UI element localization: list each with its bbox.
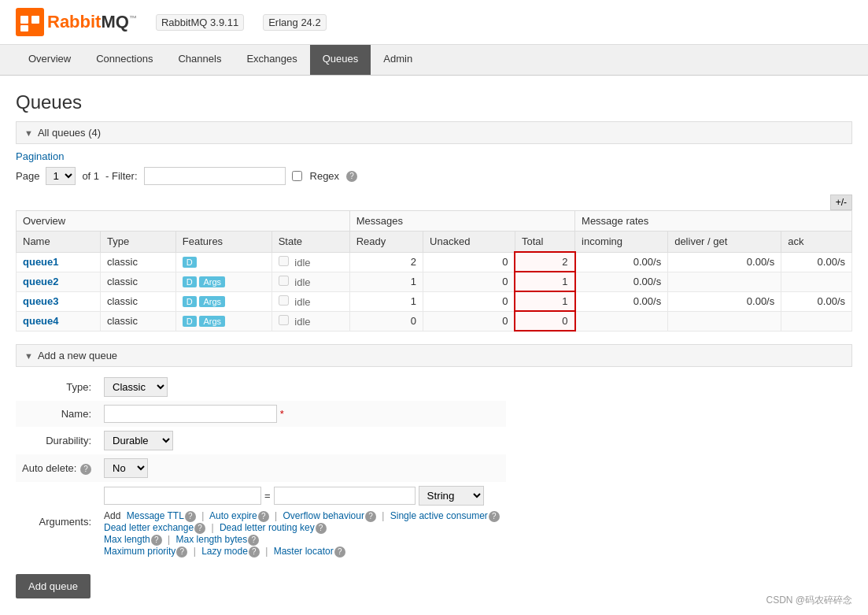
max-length-bytes-help[interactable]: ? <box>248 535 259 546</box>
dead-letter-routing-help[interactable]: ? <box>316 523 327 534</box>
auto-delete-help-icon[interactable]: ? <box>80 464 91 475</box>
type-label: Type: <box>16 373 98 401</box>
master-locator-help[interactable]: ? <box>334 546 345 558</box>
table-row: queue3classicD Args idle1010.00/s0.00/s0… <box>17 291 852 311</box>
col-incoming: incoming <box>575 232 668 253</box>
arg-max-length[interactable]: Max length <box>104 534 150 545</box>
max-length-help[interactable]: ? <box>151 535 162 546</box>
queue-unacked: 0 <box>423 291 515 311</box>
queue-ack: 0.00/s <box>781 252 852 272</box>
table-row: queue2classicD Args idle1010.00/s <box>17 272 852 291</box>
svg-rect-2 <box>31 16 39 24</box>
single-active-help[interactable]: ? <box>489 511 500 522</box>
state-checkbox <box>279 256 289 266</box>
plus-minus-button[interactable]: +/- <box>830 195 852 210</box>
col-state: State <box>271 232 349 253</box>
regex-help-icon[interactable]: ? <box>346 171 357 182</box>
arg-dead-letter-exchange[interactable]: Dead letter exchange <box>104 522 194 533</box>
queue-name-link[interactable]: queue2 <box>23 276 59 287</box>
name-input[interactable] <box>104 405 277 423</box>
state-checkbox <box>279 315 289 325</box>
col-name: Name <box>17 232 101 253</box>
queue-ack: 0.00/s <box>781 291 852 311</box>
nav-connections[interactable]: Connections <box>83 45 165 75</box>
arguments-label: Arguments: <box>16 482 98 561</box>
add-queue-section-header[interactable]: ▼ Add a new queue <box>16 344 852 367</box>
queue-features: D Args <box>175 291 271 311</box>
queue-type: classic <box>100 311 175 331</box>
regex-checkbox[interactable] <box>292 171 302 181</box>
queue-total: 1 <box>515 272 574 291</box>
queue-ready: 1 <box>349 291 423 311</box>
auto-delete-select[interactable]: No Yes <box>104 458 148 478</box>
type-select[interactable]: Classic Quorum <box>104 377 168 397</box>
nav-queues[interactable]: Queues <box>310 45 371 75</box>
arg-overflow-behaviour[interactable]: Overflow behaviour <box>283 510 364 521</box>
arg-message-ttl[interactable]: Message TTL <box>127 510 184 521</box>
queue-type: classic <box>100 291 175 311</box>
arg-master-locator[interactable]: Master locator <box>274 546 334 557</box>
arg-type-select[interactable]: String Number Boolean <box>419 486 484 506</box>
feature-args-badge[interactable]: Args <box>199 276 225 287</box>
auto-delete-label: Auto delete: ? <box>16 454 98 482</box>
queue-deliver-get <box>668 311 781 331</box>
arg-key-input[interactable] <box>104 487 261 505</box>
feature-d-badge[interactable]: D <box>183 257 197 268</box>
queue-features: D Args <box>175 311 271 331</box>
maximum-priority-help[interactable]: ? <box>176 546 187 558</box>
arg-value-input[interactable] <box>274 487 416 505</box>
arg-single-active-consumer[interactable]: Single active consumer <box>390 510 488 521</box>
queue-name-link[interactable]: queue3 <box>23 295 59 307</box>
all-queues-section-header[interactable]: ▼ All queues (4) <box>16 121 852 144</box>
version-erlang: Erlang 24.2 <box>263 14 327 31</box>
logo-text: RabbitMQ™ <box>47 12 137 32</box>
filter-input[interactable] <box>144 167 286 185</box>
name-row: Name: * <box>16 401 506 427</box>
feature-args-badge[interactable]: Args <box>199 316 225 327</box>
nav-overview[interactable]: Overview <box>16 45 83 75</box>
queue-ready: 0 <box>349 311 423 331</box>
feature-d-badge[interactable]: D <box>183 316 197 327</box>
arg-auto-expire[interactable]: Auto expire <box>209 510 257 521</box>
auto-expire-help[interactable]: ? <box>258 511 269 522</box>
arg-lazy-mode[interactable]: Lazy mode <box>201 546 248 557</box>
message-ttl-help[interactable]: ? <box>185 511 196 522</box>
queue-type: classic <box>100 272 175 291</box>
queue-incoming <box>575 311 668 331</box>
page-label: Page <box>16 170 39 182</box>
pagination-label[interactable]: Pagination <box>16 150 852 162</box>
queue-state: idle <box>271 291 349 311</box>
lazy-mode-help[interactable]: ? <box>249 546 260 558</box>
arg-eq-label: = <box>264 490 271 502</box>
arguments-input-row: = String Number Boolean <box>104 486 500 506</box>
feature-args-badge[interactable]: Args <box>199 296 225 307</box>
arg-maximum-priority[interactable]: Maximum priority <box>104 546 175 557</box>
add-queue-button[interactable]: Add queue <box>16 574 90 598</box>
queues-table: Overview Messages Message rates Name Typ… <box>16 210 852 332</box>
queue-deliver-get: 0.00/s <box>668 252 781 272</box>
add-queue-label: Add a new queue <box>38 350 117 361</box>
page-select[interactable]: 1 <box>46 167 76 185</box>
name-label: Name: <box>16 401 98 427</box>
overflow-help[interactable]: ? <box>365 511 376 522</box>
queue-name-link[interactable]: queue1 <box>23 256 59 268</box>
of-label: of 1 <box>82 170 99 182</box>
col-features: Features <box>175 232 271 253</box>
col-ready: Ready <box>349 232 423 253</box>
queue-name-link[interactable]: queue4 <box>23 315 59 327</box>
arguments-row: Arguments: = String Number Boolean Add <box>16 482 506 561</box>
nav-channels[interactable]: Channels <box>165 45 234 75</box>
arg-max-length-bytes[interactable]: Max length bytes <box>176 534 248 545</box>
version-rabbitmq: RabbitMQ 3.9.11 <box>156 14 244 31</box>
auto-delete-row: Auto delete: ? No Yes <box>16 454 506 482</box>
nav-admin[interactable]: Admin <box>371 45 425 75</box>
queue-state: idle <box>271 252 349 272</box>
dead-letter-exchange-help[interactable]: ? <box>194 523 205 534</box>
table-row: queue4classicD Args idle000 <box>17 311 852 331</box>
nav-exchanges[interactable]: Exchanges <box>234 45 309 75</box>
queue-features: D Args <box>175 272 271 291</box>
feature-d-badge[interactable]: D <box>183 296 197 307</box>
durability-select[interactable]: Durable Transient <box>104 431 173 450</box>
arg-dead-letter-routing-key[interactable]: Dead letter routing key <box>220 522 315 533</box>
feature-d-badge[interactable]: D <box>183 276 197 287</box>
